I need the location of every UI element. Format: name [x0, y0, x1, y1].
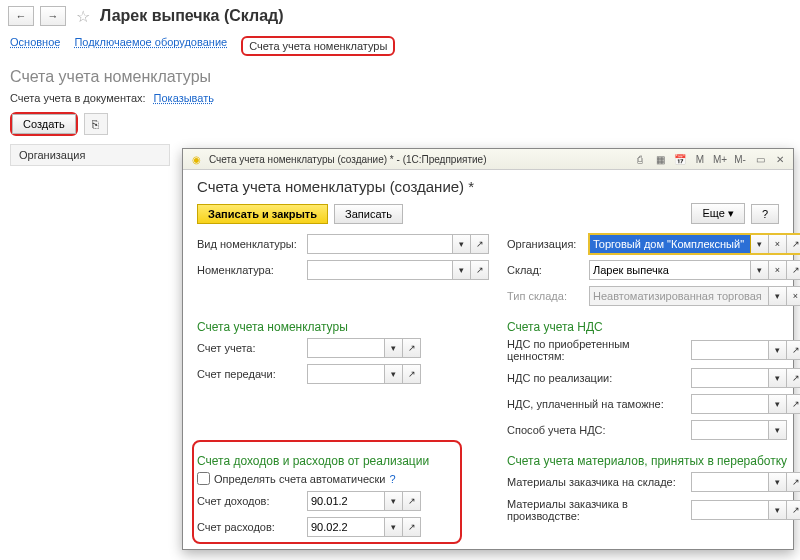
show-link[interactable]: Показывать [154, 92, 214, 104]
open-icon[interactable]: ↗ [403, 338, 421, 358]
input-nds-priob[interactable] [691, 340, 769, 360]
label-mat-prod: Материалы заказчика в производстве: [507, 498, 687, 522]
help-icon[interactable]: ? [390, 473, 396, 485]
input-nds-method[interactable] [691, 420, 769, 440]
input-tip-sklada [589, 286, 769, 306]
dropdown-icon[interactable]: ▾ [751, 234, 769, 254]
dropdown-icon[interactable]: ▾ [385, 338, 403, 358]
label-expense: Счет расходов: [197, 521, 303, 533]
input-sklad[interactable] [589, 260, 751, 280]
tab-bar: Основное Подключаемое оборудование Счета… [0, 32, 800, 64]
dialog-titlebar: ◉ Счета учета номенклатуры (создание) * … [183, 149, 793, 170]
auto-accounts-checkbox[interactable] [197, 472, 210, 485]
label-vid-nom: Вид номенклатуры: [197, 238, 303, 250]
close-icon[interactable]: ✕ [773, 152, 787, 166]
dropdown-icon[interactable]: ▾ [769, 420, 787, 440]
dropdown-icon[interactable]: ▾ [769, 500, 787, 520]
more-button[interactable]: Еще ▾ [691, 203, 744, 224]
calendar-icon[interactable]: 📅 [673, 152, 687, 166]
dialog-actions: Записать и закрыть Записать Еще ▾ ? [197, 203, 779, 224]
dropdown-icon[interactable]: ▾ [453, 234, 471, 254]
label-nds-real: НДС по реализации: [507, 372, 687, 384]
open-icon[interactable]: ↗ [787, 340, 800, 360]
docs-row: Счета учета в документах: Показывать [0, 88, 800, 108]
create-button[interactable]: Создать [12, 114, 76, 134]
dropdown-icon: ▾ [769, 286, 787, 306]
dialog-heading: Счета учета номенклатуры (создание) * [197, 178, 779, 195]
top-toolbar: ← → ☆ Ларек выпечка (Склад) [0, 0, 800, 32]
save-close-button[interactable]: Записать и закрыть [197, 204, 328, 224]
favorite-icon[interactable]: ☆ [76, 7, 90, 26]
section-accounts: Счета учета номенклатуры [197, 320, 489, 334]
memory-mminus-icon[interactable]: M- [733, 152, 747, 166]
label-tip-sklada: Тип склада: [507, 290, 585, 302]
clear-icon[interactable]: × [769, 260, 787, 280]
label-transfer: Счет передачи: [197, 368, 303, 380]
dialog-window-title: Счета учета номенклатуры (создание) * - … [209, 154, 486, 165]
label-org: Организация: [507, 238, 585, 250]
dropdown-icon[interactable]: ▾ [385, 364, 403, 384]
section-title: Счета учета номенклатуры [0, 64, 800, 88]
input-mat-prod[interactable] [691, 500, 769, 520]
open-icon[interactable]: ↗ [787, 368, 800, 388]
input-income[interactable] [307, 491, 385, 511]
label-sklad: Склад: [507, 264, 585, 276]
table-header-org[interactable]: Организация [10, 144, 170, 166]
clear-icon[interactable]: × [769, 234, 787, 254]
input-expense[interactable] [307, 517, 385, 537]
section-materials: Счета учета материалов, принятых в перер… [507, 454, 800, 468]
copy-icon[interactable]: ⎘ [84, 113, 108, 135]
dropdown-icon[interactable]: ▾ [751, 260, 769, 280]
section-income: Счета доходов и расходов от реализации [197, 454, 489, 468]
dropdown-icon[interactable]: ▾ [769, 368, 787, 388]
save-button[interactable]: Записать [334, 204, 403, 224]
open-icon[interactable]: ↗ [403, 491, 421, 511]
input-org[interactable] [589, 234, 751, 254]
tab-accounts[interactable]: Счета учета номенклатуры [241, 36, 395, 56]
app-icon: ◉ [189, 152, 203, 166]
open-icon[interactable]: ↗ [787, 260, 800, 280]
label-auto: Определять счета автоматически [214, 473, 386, 485]
dialog-body: Счета учета номенклатуры (создание) * За… [183, 170, 793, 551]
open-icon[interactable]: ↗ [787, 500, 800, 520]
docs-label: Счета учета в документах: [10, 92, 146, 104]
page-title: Ларек выпечка (Склад) [100, 7, 284, 25]
dropdown-icon[interactable]: ▾ [385, 517, 403, 537]
tab-equipment[interactable]: Подключаемое оборудование [74, 36, 227, 56]
input-transfer[interactable] [307, 364, 385, 384]
label-acc: Счет учета: [197, 342, 303, 354]
input-vid-nom[interactable] [307, 234, 453, 254]
minimize-icon[interactable]: ▭ [753, 152, 767, 166]
forward-button[interactable]: → [40, 6, 66, 26]
toolbar: Создать ⎘ [0, 108, 800, 140]
open-icon[interactable]: ↗ [787, 394, 800, 414]
grid-icon[interactable]: ▦ [653, 152, 667, 166]
label-nds-method: Способ учета НДС: [507, 424, 687, 436]
dropdown-icon[interactable]: ▾ [453, 260, 471, 280]
open-icon[interactable]: ↗ [787, 234, 800, 254]
back-button[interactable]: ← [8, 6, 34, 26]
label-income: Счет доходов: [197, 495, 303, 507]
section-nds: Счета учета НДС [507, 320, 800, 334]
input-nds-cust[interactable] [691, 394, 769, 414]
open-icon[interactable]: ↗ [787, 472, 800, 492]
dropdown-icon[interactable]: ▾ [769, 340, 787, 360]
dropdown-icon[interactable]: ▾ [769, 472, 787, 492]
open-icon[interactable]: ↗ [403, 364, 421, 384]
tab-main[interactable]: Основное [10, 36, 60, 56]
open-icon[interactable]: ↗ [471, 234, 489, 254]
clear-icon: × [787, 286, 800, 306]
input-nds-real[interactable] [691, 368, 769, 388]
memory-mplus-icon[interactable]: M+ [713, 152, 727, 166]
dropdown-icon[interactable]: ▾ [769, 394, 787, 414]
input-nom[interactable] [307, 260, 453, 280]
input-mat-sklad[interactable] [691, 472, 769, 492]
dialog-window: ◉ Счета учета номенклатуры (создание) * … [182, 148, 794, 550]
open-icon[interactable]: ↗ [471, 260, 489, 280]
input-acc[interactable] [307, 338, 385, 358]
dropdown-icon[interactable]: ▾ [385, 491, 403, 511]
help-button[interactable]: ? [751, 204, 779, 224]
memory-m-icon[interactable]: M [693, 152, 707, 166]
print-icon[interactable]: ⎙ [633, 152, 647, 166]
open-icon[interactable]: ↗ [403, 517, 421, 537]
